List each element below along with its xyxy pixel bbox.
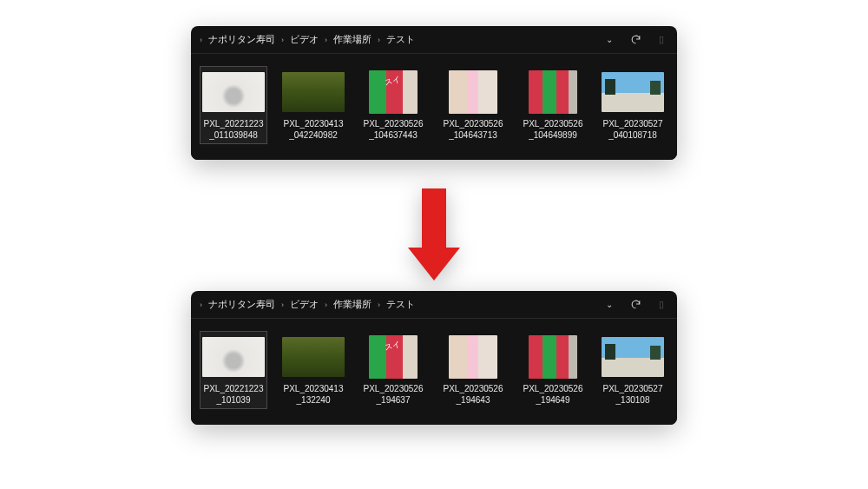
- file-item[interactable]: PXL_20221223_011039848: [200, 66, 267, 144]
- refresh-icon: [630, 34, 641, 45]
- breadcrumb-item[interactable]: テスト: [384, 31, 418, 48]
- file-name: PXL_20221223_011039848: [202, 119, 265, 142]
- file-item[interactable]: PXL_20230526_194643: [439, 331, 507, 409]
- file-item[interactable]: PXL_20230526_104643713: [439, 66, 507, 144]
- file-name: PXL_20230526_104649899: [522, 119, 584, 142]
- file-item[interactable]: PXL_20230413_042240982: [279, 66, 347, 144]
- chevron-right-icon: ›: [279, 301, 286, 309]
- explorer-window-after: › ナポリタン寿司 › ビデオ › 作業場所 › テスト ⌄ ▯ PXL_202…: [191, 291, 677, 425]
- breadcrumb: › ナポリタン寿司 › ビデオ › 作業場所 › テスト: [198, 296, 601, 313]
- file-thumbnail: [442, 334, 504, 380]
- file-thumbnail: [282, 69, 345, 116]
- chevron-right-icon: ›: [198, 36, 204, 44]
- explorer-window-before: › ナポリタン寿司 › ビデオ › 作業場所 › テスト ⌄ ▯ PXL_202…: [191, 26, 677, 160]
- chevron-right-icon: ›: [376, 301, 382, 309]
- toolbar-right: ⌄ ▯: [601, 31, 670, 49]
- file-thumbnail: [522, 334, 584, 380]
- chevron-right-icon: ›: [198, 301, 204, 309]
- file-item[interactable]: PXL_20230526_194649: [519, 331, 587, 409]
- file-name: PXL_20230526_104637443: [362, 119, 424, 142]
- refresh-button[interactable]: [627, 296, 644, 314]
- chevron-right-icon: ›: [279, 36, 286, 44]
- file-name: PXL_20230526_104643713: [442, 119, 504, 142]
- arrow-down-icon: [408, 188, 460, 284]
- file-name: PXL_20221223_101039: [202, 384, 265, 406]
- history-dropdown-button[interactable]: ⌄: [601, 296, 618, 314]
- file-name: PXL_20230526_194649: [522, 384, 584, 406]
- more-button[interactable]: ▯: [653, 31, 670, 49]
- file-thumbnail: [362, 69, 424, 116]
- more-button[interactable]: ▯: [653, 296, 670, 314]
- breadcrumb-item[interactable]: ビデオ: [287, 296, 321, 313]
- history-dropdown-button[interactable]: ⌄: [601, 31, 618, 49]
- file-list: PXL_20221223_101039PXL_20230413_132240PX…: [191, 319, 677, 425]
- file-name: PXL_20230526_194637: [362, 384, 424, 406]
- file-item[interactable]: PXL_20230413_132240: [279, 331, 347, 409]
- file-item[interactable]: PXL_20230526_104649899: [519, 66, 587, 144]
- toolbar-right: ⌄ ▯: [601, 296, 670, 314]
- file-item[interactable]: PXL_20230526_104637443: [359, 66, 427, 144]
- chevron-right-icon: ›: [323, 36, 329, 44]
- toolbar: › ナポリタン寿司 › ビデオ › 作業場所 › テスト ⌄ ▯: [191, 291, 677, 319]
- breadcrumb-item[interactable]: 作業場所: [331, 296, 374, 313]
- file-thumbnail: [362, 334, 424, 380]
- file-item[interactable]: PXL_20221223_101039: [200, 331, 267, 409]
- breadcrumb-item[interactable]: 作業場所: [331, 31, 374, 48]
- chevron-down-icon: ⌄: [606, 300, 613, 309]
- file-thumbnail: [602, 69, 664, 116]
- refresh-button[interactable]: [627, 31, 644, 49]
- file-name: PXL_20230527_130108: [602, 384, 664, 406]
- file-thumbnail: [202, 69, 265, 116]
- refresh-icon: [630, 299, 641, 310]
- file-name: PXL_20230413_042240982: [282, 119, 345, 142]
- breadcrumb: › ナポリタン寿司 › ビデオ › 作業場所 › テスト: [198, 31, 601, 48]
- file-name: PXL_20230526_194643: [442, 384, 504, 406]
- file-item[interactable]: PXL_20230527_040108718: [599, 66, 667, 144]
- file-thumbnail: [602, 334, 664, 380]
- breadcrumb-item[interactable]: ビデオ: [287, 31, 321, 48]
- chevron-right-icon: ›: [323, 301, 329, 309]
- file-name: PXL_20230413_132240: [282, 384, 345, 406]
- chevron-right-icon: ›: [376, 36, 382, 44]
- file-list: PXL_20221223_011039848PXL_20230413_04224…: [191, 54, 677, 160]
- file-thumbnail: [202, 334, 265, 380]
- breadcrumb-item[interactable]: テスト: [384, 296, 418, 313]
- breadcrumb-item[interactable]: ナポリタン寿司: [206, 296, 278, 313]
- breadcrumb-item[interactable]: ナポリタン寿司: [206, 31, 278, 48]
- file-thumbnail: [282, 334, 345, 380]
- file-name: PXL_20230527_040108718: [602, 119, 664, 142]
- toolbar: › ナポリタン寿司 › ビデオ › 作業場所 › テスト ⌄ ▯: [191, 26, 677, 54]
- file-thumbnail: [442, 69, 504, 116]
- file-item[interactable]: PXL_20230526_194637: [359, 331, 427, 409]
- file-item[interactable]: PXL_20230527_130108: [599, 331, 667, 409]
- file-thumbnail: [522, 69, 584, 116]
- chevron-down-icon: ⌄: [606, 35, 613, 44]
